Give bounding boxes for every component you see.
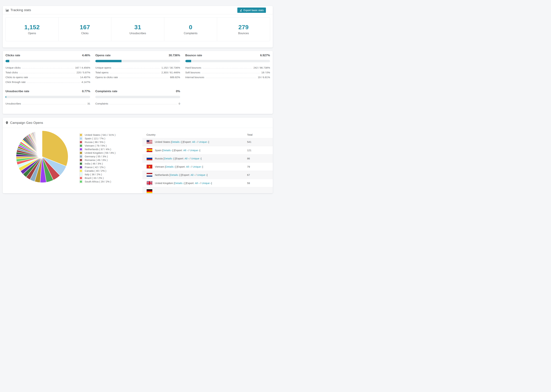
table-row	[142, 187, 273, 193]
stat-value: 1,152	[24, 24, 40, 31]
legend-swatch	[79, 176, 83, 180]
legend-swatch	[79, 140, 83, 144]
export-all-link[interactable]: All ›	[186, 165, 191, 168]
legend-item: Romania ( 49 / 3% )	[79, 158, 142, 162]
bracket: ]	[202, 165, 203, 168]
legend-item: South Africa ( 29 / 2% )	[79, 180, 142, 183]
export-unique-link[interactable]: Unique ›	[190, 149, 199, 152]
export-all-link[interactable]: All ›	[184, 157, 189, 160]
rate-row: Soft bounces18 / 0%	[185, 69, 270, 74]
export-basic-stats-button[interactable]: Export basic stats	[237, 7, 266, 13]
table-row: Russia [Details ›] [Export: All › / Uniq…	[142, 154, 273, 162]
export-unique-link[interactable]: Unique ›	[199, 140, 208, 143]
legend-label: South Africa ( 29 / 2% )	[85, 180, 111, 183]
country-details-link[interactable]: Details ›	[163, 149, 172, 152]
rate-section-head: Bounce rate6.927%	[185, 54, 270, 57]
rate-row-value: 167 / 4.456%	[75, 66, 90, 69]
export-icon	[240, 9, 242, 11]
rate-row-label: Unique clicks	[6, 66, 21, 69]
export-all-link[interactable]: All ›	[191, 173, 195, 176]
rate-section-clicks-rate: Clicks rate4.46%Unique clicks167 / 4.456…	[6, 54, 90, 84]
progress-fill	[6, 60, 9, 62]
country-name: United States	[155, 140, 171, 143]
stat-value: 31	[134, 24, 141, 31]
legend-swatch	[79, 151, 83, 154]
legend-label: Romania ( 49 / 3% )	[85, 159, 107, 161]
export-all-link[interactable]: All ›	[183, 149, 188, 152]
export-unique-link[interactable]: Unique ›	[202, 182, 211, 185]
rate-row-value: 689.82%	[170, 76, 180, 79]
de-flag-icon	[147, 189, 152, 193]
total-column-header: Total	[247, 131, 273, 138]
legend-item: Canada ( 40 / 2% )	[79, 169, 142, 173]
legend-swatch	[79, 148, 83, 151]
rate-row-value: 220 / 5.87%	[77, 71, 90, 74]
country-cell	[142, 189, 247, 193]
legend-item: United States ( 541 / 31% )	[79, 133, 142, 137]
geo-pie-chart	[15, 130, 69, 183]
stat-box-complaints: 0Complaints	[164, 17, 217, 41]
tracking-stats-card: Tracking stats Export basic stats 1,152O…	[3, 6, 273, 48]
stat-box-unsubscribes: 31Unsubscribes	[111, 17, 164, 41]
export-unique-link[interactable]: Unique ›	[193, 165, 202, 168]
rate-section-value: 0%	[176, 90, 180, 93]
legend-label: United States ( 541 / 31% )	[85, 133, 115, 136]
export-unique-link[interactable]: Unique ›	[191, 157, 201, 160]
export-all-link[interactable]: All ›	[192, 140, 197, 143]
rate-row: Unsubscribes31	[6, 100, 90, 105]
slash: /	[188, 149, 190, 152]
legend-item: Russia ( 86 / 5% )	[79, 140, 142, 144]
country-total: 79	[247, 162, 273, 171]
geo-table-header-row: Country Total	[142, 131, 273, 138]
export-all-link[interactable]: All ›	[195, 182, 199, 185]
progress-bar	[6, 96, 90, 98]
rate-section-bounce-rate: Bounce rate6.927%Hard bounces242 / 86.73…	[185, 54, 270, 84]
vn-flag-icon	[147, 165, 152, 169]
legend-label: Vietnam ( 79 / 5% )	[85, 144, 107, 147]
progress-fill	[6, 96, 6, 98]
rate-row-value: 1,152 / 30.736%	[161, 66, 180, 69]
rate-row: Click through rate4.147%	[6, 79, 90, 84]
stat-label: Opens	[28, 32, 36, 35]
table-row: Spain [Details ›] [Export: All › / Uniqu…	[142, 146, 273, 154]
stat-value: 279	[238, 24, 249, 31]
progress-bar	[185, 60, 270, 62]
stat-box-clicks: 167Clicks	[58, 17, 111, 41]
rate-row-value: 4.147%	[81, 81, 90, 84]
stat-box-opens: 1,152Opens	[6, 17, 58, 41]
geo-table: Country Total United States [Details ›] …	[142, 131, 273, 193]
country-details-link[interactable]: Details ›	[175, 182, 184, 185]
slash: /	[191, 165, 193, 168]
country-cell: Vietnam [Details ›] [Export: All › / Uni…	[142, 165, 247, 169]
country-cell: Spain [Details ›] [Export: All › / Uniqu…	[142, 148, 247, 152]
rate-section-unsubscribe-rate: Unsubscribe rate0.77%Unsubscribes31	[6, 90, 90, 105]
geo-title: Campaign Geo Opens	[10, 121, 43, 125]
rate-row: Hard bounces242 / 86.738%	[185, 64, 270, 69]
country-cell: Netherlands [Details ›] [Export: All › /…	[142, 173, 247, 177]
export-unique-link[interactable]: Unique ›	[197, 173, 207, 176]
rate-row-label: Clicks to opens rate	[6, 76, 28, 79]
rate-row-value: 31	[87, 102, 90, 105]
progress-bar	[95, 60, 180, 62]
country-details-link[interactable]: Details ›	[172, 140, 181, 143]
bracket: ]	[208, 140, 209, 143]
country-name: Russia	[155, 157, 163, 160]
rate-row-value: 242 / 86.738%	[254, 66, 270, 69]
bracket: ]	[207, 173, 208, 176]
export-prefix: ] [Export:	[172, 149, 183, 152]
rate-row: Opens to clicks rate689.82%	[95, 74, 180, 79]
legend-swatch	[79, 155, 83, 158]
legend-item: Spain ( 121 / 7% )	[79, 137, 142, 140]
rate-row-label: Total opens	[95, 71, 108, 74]
country-details-link[interactable]: Details ›	[166, 165, 175, 168]
country-details-link[interactable]: Details ›	[164, 157, 174, 160]
rate-rows: Complaints0	[95, 100, 180, 105]
legend-swatch	[79, 173, 83, 176]
legend-item: France ( 42 / 2% )	[79, 165, 142, 169]
rate-section-value: 0.77%	[82, 90, 90, 93]
rate-section-title: Clicks rate	[6, 54, 20, 57]
export-prefix: ] [Export:	[181, 140, 192, 143]
country-details-link[interactable]: Details ›	[170, 173, 179, 176]
slash: /	[195, 173, 197, 176]
rate-row-value: 2,303 / 61.446%	[161, 71, 180, 74]
